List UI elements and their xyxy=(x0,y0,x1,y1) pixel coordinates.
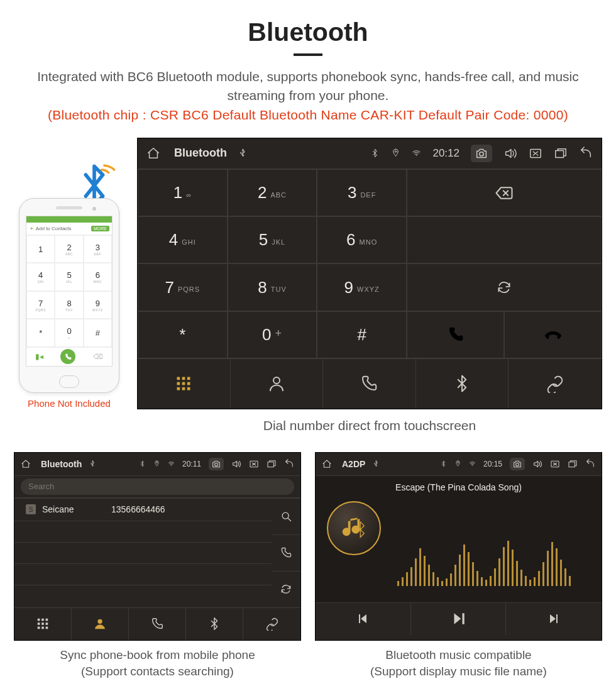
phone-key[interactable]: 4GHI xyxy=(26,263,55,291)
search-icon[interactable] xyxy=(272,499,300,535)
phone-key[interactable]: 0+ xyxy=(55,319,83,347)
wifi-icon xyxy=(168,460,175,467)
phone-key[interactable]: 6MNO xyxy=(84,263,112,291)
contact-name: Seicane xyxy=(42,504,111,514)
dial-key-2[interactable]: 2ABC xyxy=(228,169,317,216)
list-item xyxy=(14,543,272,564)
phone-key[interactable]: * xyxy=(26,319,55,347)
nav-calllog-icon[interactable] xyxy=(323,359,416,409)
smartphone-mockup: +Add to Contacts MORE 12ABC3DEF4GHI5JKL6… xyxy=(19,198,119,393)
search-input[interactable]: Search xyxy=(21,479,294,495)
phone-not-included-note: Phone Not Included xyxy=(28,398,111,409)
dial-key-4[interactable]: 4GHI xyxy=(138,216,228,263)
home-icon[interactable] xyxy=(21,459,31,469)
dial-key-8[interactable]: 8TUV xyxy=(228,263,317,311)
volume-icon[interactable] xyxy=(503,147,517,160)
phonebook-device: Bluetooth 20:11 Search S Seicane 1356666… xyxy=(14,452,301,641)
music-controls xyxy=(316,602,602,635)
camera-icon[interactable] xyxy=(471,145,492,162)
home-button xyxy=(59,375,79,388)
phonebook-caption: Sync phone-book from mobile phone(Suppor… xyxy=(14,647,301,680)
dial-keypad: 1∞2ABC3DEF4GHI5JKL6MNO7PQRS8TUV9WXYZ*0+# xyxy=(138,169,407,358)
list-item xyxy=(14,521,272,543)
close-screen-icon[interactable] xyxy=(529,147,542,160)
bottom-nav xyxy=(138,358,602,409)
back-icon[interactable] xyxy=(579,147,593,160)
camera-icon[interactable] xyxy=(209,458,224,470)
dial-key-5[interactable]: 5JKL xyxy=(228,216,317,263)
clock: 20:15 xyxy=(483,460,502,468)
dialer-right-panel xyxy=(407,169,602,358)
close-screen-icon[interactable] xyxy=(249,459,259,469)
sync-button[interactable] xyxy=(407,263,602,311)
phone-key[interactable]: 8TUV xyxy=(55,291,83,319)
call-button[interactable] xyxy=(407,311,504,358)
phone-key[interactable]: 3DEF xyxy=(84,235,112,263)
wifi-icon xyxy=(469,460,476,467)
status-bar: Bluetooth 20:12 xyxy=(138,138,602,169)
dial-key-3[interactable]: 3DEF xyxy=(317,169,407,216)
bluetooth-icon xyxy=(139,460,146,467)
home-icon[interactable] xyxy=(322,459,332,469)
call-button[interactable] xyxy=(60,349,75,364)
add-contact-row: +Add to Contacts MORE xyxy=(26,223,112,235)
dial-key-*[interactable]: * xyxy=(138,311,228,358)
play-pause-button[interactable] xyxy=(411,603,507,635)
camera-icon[interactable] xyxy=(510,458,525,470)
page-description: Integrated with BC6 Bluetooth module, su… xyxy=(35,67,581,106)
phone-key[interactable]: 2ABC xyxy=(55,235,83,263)
nav-calllog-icon[interactable] xyxy=(129,608,186,640)
wifi-icon xyxy=(412,148,421,158)
phone-key[interactable]: 1 xyxy=(26,235,55,263)
usb-icon xyxy=(238,148,248,158)
dial-key-0[interactable]: 0+ xyxy=(228,311,317,358)
backspace-button[interactable] xyxy=(407,169,602,216)
app-title: Bluetooth xyxy=(41,459,82,469)
album-art-icon xyxy=(327,501,381,555)
dial-key-6[interactable]: 6MNO xyxy=(317,216,407,263)
volume-icon[interactable] xyxy=(231,459,241,469)
dial-key-7[interactable]: 7PQRS xyxy=(138,263,228,311)
close-screen-icon[interactable] xyxy=(550,459,560,469)
usb-icon xyxy=(89,460,96,467)
phone-key[interactable]: # xyxy=(84,319,112,347)
bluetooth-logo-icon xyxy=(73,164,116,203)
dial-key-#[interactable]: # xyxy=(317,311,407,358)
recent-apps-icon[interactable] xyxy=(267,459,277,469)
usb-icon xyxy=(373,460,380,467)
nav-contacts-icon[interactable] xyxy=(72,608,129,640)
page-title: Bluetooth xyxy=(0,18,616,47)
dial-key-1[interactable]: 1∞ xyxy=(138,169,228,216)
home-icon[interactable] xyxy=(146,147,160,160)
call-icon[interactable] xyxy=(272,535,300,572)
location-icon xyxy=(153,460,160,467)
phone-key[interactable]: 5JKL xyxy=(55,263,83,291)
music-body: Escape (The Pina Colada Song) xyxy=(316,475,602,602)
back-icon[interactable] xyxy=(284,459,294,469)
volume-icon[interactable] xyxy=(532,459,542,469)
location-icon xyxy=(454,460,461,467)
nav-keypad-icon[interactable] xyxy=(138,359,231,409)
nav-bluetooth-icon[interactable] xyxy=(186,608,243,640)
dial-key-9[interactable]: 9WXYZ xyxy=(317,263,407,311)
prev-track-button[interactable] xyxy=(316,603,411,635)
list-item xyxy=(14,564,272,585)
next-track-button[interactable] xyxy=(506,603,602,635)
nav-pair-icon[interactable] xyxy=(243,608,300,640)
contact-row[interactable]: S Seicane 13566664466 xyxy=(14,499,272,521)
phone-key[interactable]: 9WXYZ xyxy=(84,291,112,319)
nav-keypad-icon[interactable] xyxy=(14,608,72,640)
hangup-button[interactable] xyxy=(504,311,602,358)
nav-bluetooth-icon[interactable] xyxy=(416,359,509,409)
side-actions xyxy=(272,499,300,607)
recent-apps-icon[interactable] xyxy=(568,459,578,469)
nav-contacts-icon[interactable] xyxy=(231,359,324,409)
clock: 20:12 xyxy=(432,147,459,160)
sync-icon[interactable] xyxy=(272,572,300,607)
clock: 20:11 xyxy=(182,460,201,468)
phone-key[interactable]: 7PQRS xyxy=(26,291,55,319)
recent-apps-icon[interactable] xyxy=(554,147,568,160)
back-icon[interactable] xyxy=(585,459,595,469)
nav-pair-icon[interactable] xyxy=(509,359,602,409)
bluetooth-icon xyxy=(370,148,380,158)
